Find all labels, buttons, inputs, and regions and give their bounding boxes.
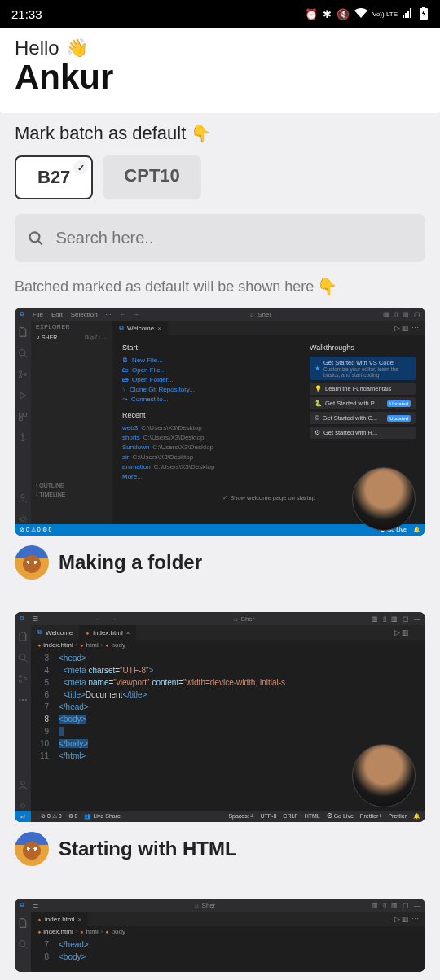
layout-icon: ▯ <box>383 615 386 623</box>
layout-icon: ▢ <box>403 902 409 909</box>
video-thumbnail-2[interactable]: ⧉ ☰ ← → ⌕ Sher ▥▯▥▢— <box>15 612 425 822</box>
instructor-avatar <box>352 744 416 807</box>
default-hint: Batched marked as default will be shown … <box>15 277 425 296</box>
search-icon: ⌕ <box>250 311 254 318</box>
timeline-label: TIMELINE <box>39 492 65 497</box>
search-icon <box>18 348 28 358</box>
tab-welcome: ⧉ Welcome <box>31 625 79 640</box>
more-link: More... <box>122 473 293 480</box>
wifi-icon <box>354 8 367 20</box>
vsc-activitybar <box>15 321 31 524</box>
batch-chip-cpt10[interactable]: CPT10 <box>103 155 200 199</box>
layout-icon: ▥ <box>403 311 409 318</box>
svg-rect-10 <box>24 413 27 417</box>
batch-chip-b27[interactable]: B27 ✓ <box>15 155 93 199</box>
explorer-title: EXPLORER <box>36 324 108 330</box>
svg-line-26 <box>24 946 27 948</box>
arrow-right-icon: → <box>110 615 117 623</box>
breadcrumb: ⬥ index.html›⬥ html›⬥ body <box>31 640 425 650</box>
walkthrough-item: ★Get Started with VS CodeCustomize your … <box>310 357 416 380</box>
wave-emoji: 👋 <box>66 37 88 59</box>
welcome-checkbox-label: Show welcome page on startup <box>230 494 315 501</box>
lion-icon <box>15 832 49 866</box>
lesson-card-2[interactable]: ⧉ ☰ ← → ⌕ Sher ▥▯▥▢— <box>15 612 425 866</box>
menu-icon: ☰ <box>33 902 38 909</box>
svg-point-13 <box>21 495 25 499</box>
svg-rect-9 <box>20 413 23 417</box>
vsc-activitybar <box>15 625 31 811</box>
vsc-sidebar: EXPLORER ∨ SHER ⧉ ⊕ ↻ ⋯ › OUTLINE › TIME… <box>31 321 112 524</box>
account-icon <box>18 780 28 790</box>
svg-point-22 <box>25 699 27 701</box>
gear-icon <box>18 801 28 811</box>
status-time: 21:33 <box>11 7 42 21</box>
lesson-card-3[interactable]: ⧉ ☰ ⌕ Sher ▥▯▥▢— ⬥ index.html × ▷ ▥ ⋯ ⬥ … <box>15 899 425 972</box>
search-icon <box>18 653 28 663</box>
layout-icon: ▯ <box>383 902 386 909</box>
video-thumbnail-3[interactable]: ⧉ ☰ ⌕ Sher ▥▯▥▢— ⬥ index.html × ▷ ▥ ⋯ ⬥ … <box>15 899 425 972</box>
titlebar-search: Sher <box>202 902 216 909</box>
layout-icon: ▥ <box>372 615 378 623</box>
vsc-titlebar: ⧉ ☰ ← → ⌕ Sher ▥▯▥▢— <box>15 612 425 625</box>
svg-line-5 <box>24 355 27 357</box>
status-icons: ⏰ ✱ 🔇 Vo)) LTE <box>305 7 429 22</box>
layout-icon: ▥ <box>391 902 398 909</box>
menu-more: ··· <box>106 311 112 318</box>
tab-index-html: ⬥ index.html × <box>79 625 136 640</box>
titlebar-search: Sher <box>241 615 255 623</box>
svg-point-25 <box>20 941 26 947</box>
layout-icon: ▥ <box>383 311 389 318</box>
menu-selection: Selection <box>71 311 98 318</box>
hint-text: Batched marked as default will be shown … <box>15 278 314 295</box>
svg-line-3 <box>38 240 42 244</box>
username: Ankur <box>15 58 425 97</box>
arrow-right-icon: → <box>132 311 139 318</box>
more-icon <box>18 695 28 705</box>
vsc-editor: ⬥ index.html × ▷ ▥ ⋯ ⬥ index.html›⬥ html… <box>31 912 425 972</box>
mute-icon: 🔇 <box>337 8 350 20</box>
files-icon <box>18 327 28 337</box>
breadcrumb: ⬥ index.html›⬥ html›⬥ body <box>31 926 425 937</box>
svg-point-21 <box>22 699 24 701</box>
vsc-logo-icon: ⧉ <box>20 310 24 318</box>
extensions-icon <box>18 412 28 422</box>
lesson-title: Starting with HTML <box>59 838 237 860</box>
files-icon <box>18 632 28 641</box>
vsc-logo-icon: ⧉ <box>20 901 24 909</box>
volte-label: Vo)) LTE <box>372 11 398 18</box>
lesson-title-row: Starting with HTML <box>15 832 425 866</box>
batch-section-label: Mark batch as default 👇 <box>15 123 425 144</box>
batch-options: B27 ✓ CPT10 <box>15 155 425 199</box>
battery-icon <box>419 7 429 22</box>
svg-point-6 <box>20 371 22 374</box>
start-heading: Start <box>122 343 293 352</box>
layout-icon: ▢ <box>403 615 409 623</box>
svg-point-12 <box>22 434 24 436</box>
phone-status-bar: 21:33 ⏰ ✱ 🔇 Vo)) LTE <box>0 0 440 28</box>
vsc-logo-icon: ⧉ <box>20 615 24 623</box>
search-icon: ⌕ <box>195 902 199 909</box>
svg-rect-1 <box>422 7 425 8</box>
code-editor: 3<head>4 <meta charset="UTF-8">5 <meta n… <box>31 650 425 763</box>
search-input[interactable] <box>55 229 412 247</box>
point-down-emoji: 👇 <box>191 124 211 143</box>
connect-link: ⤳Connect to... <box>122 396 293 403</box>
tab-index-html: ⬥ index.html × <box>31 912 88 926</box>
menu-edit: Edit <box>51 311 63 318</box>
walkthroughs-heading: Walkthroughs <box>310 343 416 352</box>
debug-icon <box>18 391 28 400</box>
recent-heading: Recent <box>122 411 293 419</box>
layout-icon: ▥ <box>372 902 378 909</box>
bluetooth-icon: ✱ <box>323 8 332 20</box>
outline-label: OUTLINE <box>39 483 64 488</box>
new-file-link: 🗎New File... <box>122 357 293 364</box>
batch-chip-label: CPT10 <box>124 165 179 186</box>
lesson-card-1[interactable]: ⧉ File Edit Selection ··· ← → ⌕ Sher ▥ ▯… <box>15 308 425 580</box>
video-thumbnail-1[interactable]: ⧉ File Edit Selection ··· ← → ⌕ Sher ▥ ▯… <box>15 308 425 536</box>
menu-file: File <box>33 311 43 318</box>
svg-point-4 <box>20 350 26 357</box>
arrow-left-icon: ← <box>119 311 125 318</box>
titlebar-search: Sher <box>257 311 271 318</box>
search-box[interactable] <box>15 214 425 262</box>
svg-point-18 <box>20 680 22 683</box>
